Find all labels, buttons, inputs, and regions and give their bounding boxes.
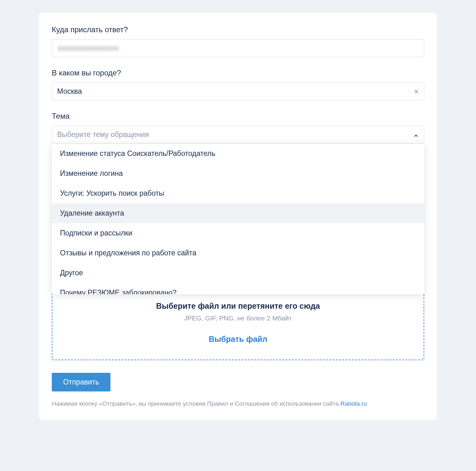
email-group: Куда прислать ответ? bbox=[52, 25, 424, 57]
clear-city-icon[interactable] bbox=[414, 89, 419, 94]
topic-option[interactable]: Отзывы и предложения по работе сайта bbox=[52, 243, 424, 263]
email-input[interactable] bbox=[52, 39, 424, 57]
topic-option[interactable]: Услуги: Ускорить поиск работы bbox=[52, 183, 424, 203]
topic-option[interactable]: Другое bbox=[52, 263, 424, 283]
topic-option[interactable]: Удаление аккаунта bbox=[52, 203, 424, 223]
legal-prefix: Нажимая кнопку «Отправить», вы принимает… bbox=[52, 400, 341, 407]
topic-group: Тема Выберите тему обращения bbox=[52, 112, 424, 144]
topic-option[interactable]: Изменение статуса Соискатель/Работодател… bbox=[52, 144, 424, 164]
topic-placeholder: Выберите тему обращения bbox=[57, 130, 149, 139]
topic-option[interactable]: Подписки и рассылки bbox=[52, 223, 424, 243]
topic-select[interactable]: Выберите тему обращения bbox=[52, 126, 424, 144]
choose-file-link[interactable]: Выбрать файл bbox=[65, 335, 411, 344]
dropzone-title: Выберите файл или перетяните его сюда bbox=[65, 301, 411, 311]
city-label: В каком вы городе? bbox=[52, 69, 424, 77]
topic-dropdown: Изменение статуса Соискатель/Работодател… bbox=[52, 144, 424, 294]
topic-option[interactable]: Изменение логина bbox=[52, 164, 424, 183]
city-input-wrapper bbox=[52, 82, 424, 100]
legal-link[interactable]: Rabota.ru bbox=[341, 400, 367, 407]
dropzone-hint: JPEG, GIF, PNG, не более 2 Мбайт bbox=[65, 314, 411, 322]
chevron-up-icon bbox=[413, 132, 419, 138]
topic-option[interactable]: Почему РЕЗЮМЕ заблокировано? bbox=[52, 283, 424, 294]
city-input[interactable] bbox=[52, 82, 424, 100]
submit-button[interactable]: Отправить bbox=[52, 373, 110, 391]
legal-text: Нажимая кнопку «Отправить», вы принимает… bbox=[52, 400, 424, 407]
city-group: В каком вы городе? bbox=[52, 69, 424, 100]
email-label: Куда прислать ответ? bbox=[52, 25, 424, 34]
form-card: Куда прислать ответ? В каком вы городе? … bbox=[39, 13, 437, 420]
topic-label: Тема bbox=[52, 112, 424, 121]
